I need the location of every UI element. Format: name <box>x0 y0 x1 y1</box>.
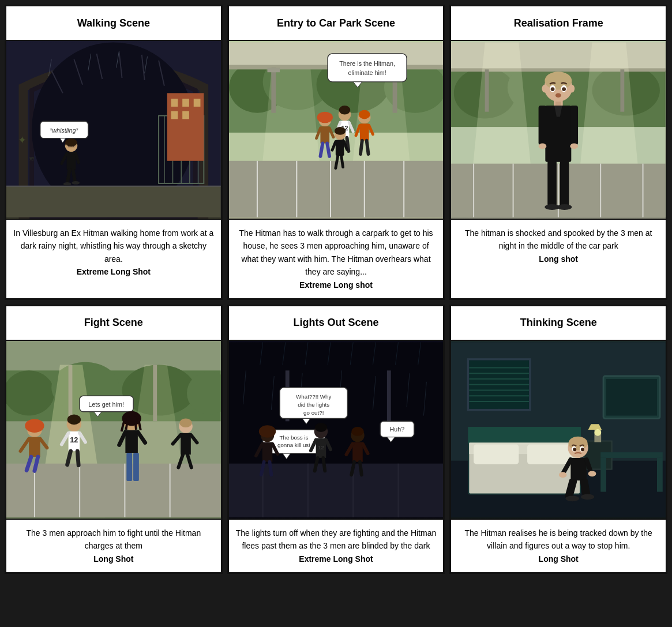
svg-text:Huh?: Huh? <box>389 426 404 433</box>
svg-point-276 <box>569 437 588 450</box>
svg-rect-263 <box>468 427 581 444</box>
row-1: Walking Scene <box>5 5 667 300</box>
svg-point-182 <box>179 418 192 427</box>
svg-text:✦: ✦ <box>18 134 27 146</box>
svg-rect-57 <box>267 67 280 72</box>
caption-walking: In Villesburg an Ex Hitman walking home … <box>6 220 221 286</box>
svg-point-224 <box>259 425 276 438</box>
panel-walking: Walking Scene <box>5 5 223 300</box>
svg-point-38 <box>72 181 80 185</box>
scene-image-lights: What??!! Why did the lights go out?! The… <box>229 341 444 520</box>
panel-thinking: Thinking Scene <box>449 305 667 574</box>
svg-text:Lets get him!: Lets get him! <box>88 401 124 408</box>
svg-text:go out?!: go out?! <box>303 410 324 416</box>
row-2: Fight Scene <box>5 305 667 574</box>
svg-point-279 <box>573 448 577 451</box>
svg-point-118 <box>542 85 548 93</box>
svg-point-231 <box>314 423 327 432</box>
panel-title-walking: Walking Scene <box>6 6 221 41</box>
svg-line-91 <box>366 141 368 154</box>
scene-image-realisation <box>451 41 666 220</box>
storyboard: Walking Scene <box>5 5 667 574</box>
panel-title-realisation: Realisation Frame <box>451 6 666 41</box>
svg-point-131 <box>539 143 547 149</box>
svg-rect-20 <box>171 111 178 119</box>
svg-line-98 <box>341 156 343 167</box>
svg-text:There is the Hitman,: There is the Hitman, <box>339 60 395 67</box>
svg-rect-133 <box>548 161 557 206</box>
svg-rect-205 <box>387 370 391 421</box>
svg-text:gonna kill us!: gonna kill us! <box>277 442 310 448</box>
svg-point-132 <box>570 143 579 149</box>
caption-realisation: The hitman is shocked and spooked by the… <box>451 220 666 272</box>
svg-line-90 <box>361 141 362 154</box>
panel-realisation: Realisation Frame <box>449 5 667 300</box>
svg-point-123 <box>562 87 566 91</box>
svg-rect-274 <box>657 458 663 492</box>
svg-rect-66 <box>328 54 407 82</box>
svg-line-237 <box>323 458 325 471</box>
svg-text:eliminate him!: eliminate him! <box>348 69 386 76</box>
panel-lights-out: Lights Out Scene <box>227 305 445 574</box>
caption-fight: The 3 men approach him to fight until th… <box>6 520 221 572</box>
svg-rect-32 <box>67 152 76 170</box>
svg-rect-126 <box>555 102 561 106</box>
svg-point-71 <box>317 112 332 123</box>
svg-point-119 <box>569 85 575 93</box>
svg-point-280 <box>581 448 584 451</box>
svg-rect-134 <box>560 161 569 206</box>
svg-point-124 <box>555 93 561 97</box>
scene-image-fight: Lets get him! <box>6 341 221 520</box>
svg-line-169 <box>77 451 78 465</box>
svg-line-229 <box>269 462 271 475</box>
svg-rect-267 <box>527 444 572 464</box>
svg-rect-129 <box>539 106 547 145</box>
svg-rect-108 <box>485 69 489 111</box>
panel-fight: Fight Scene <box>5 305 223 574</box>
panel-title-lights: Lights Out Scene <box>229 306 444 341</box>
svg-rect-225 <box>262 442 272 461</box>
panel-title-fight: Fight Scene <box>6 306 221 341</box>
svg-point-284 <box>559 472 567 478</box>
svg-point-31 <box>66 139 77 147</box>
svg-rect-180 <box>133 453 139 481</box>
svg-rect-183 <box>181 433 191 455</box>
scene-image-thinking <box>451 341 666 520</box>
svg-rect-130 <box>570 106 579 145</box>
svg-rect-8 <box>6 186 221 217</box>
svg-rect-21 <box>182 111 189 119</box>
svg-text:The boss is: The boss is <box>279 434 308 441</box>
svg-line-75 <box>320 143 322 156</box>
svg-line-35 <box>67 170 70 183</box>
svg-text:*whistling*: *whistling* <box>50 127 78 134</box>
caption-carpark: The Hitman has to walk through a carpark… <box>229 220 444 298</box>
svg-text:12: 12 <box>70 435 78 444</box>
svg-point-86 <box>359 110 370 119</box>
svg-rect-87 <box>360 123 369 140</box>
svg-point-285 <box>588 471 596 476</box>
svg-rect-109 <box>621 69 625 111</box>
svg-rect-240 <box>352 442 363 461</box>
svg-point-78 <box>339 106 350 115</box>
svg-point-122 <box>551 87 555 91</box>
svg-point-239 <box>351 427 364 436</box>
svg-rect-179 <box>126 453 132 481</box>
svg-line-76 <box>327 143 329 156</box>
scene-image-walking: ✦ ≋ <box>6 41 221 220</box>
svg-line-36 <box>73 170 75 182</box>
svg-rect-281 <box>571 458 587 480</box>
caption-lights: The lights turn off when they are fighti… <box>229 520 444 572</box>
svg-line-174 <box>135 416 136 429</box>
svg-point-289 <box>581 494 594 500</box>
scene-image-carpark: There is the Hitman, eliminate him! <box>229 41 444 220</box>
svg-point-136 <box>557 204 572 210</box>
svg-rect-266 <box>474 444 519 464</box>
svg-rect-176 <box>125 430 138 453</box>
svg-rect-272 <box>601 452 663 458</box>
svg-rect-17 <box>171 99 178 107</box>
caption-thinking: The Hitman realises he is being tracked … <box>451 520 666 572</box>
svg-rect-72 <box>320 126 329 143</box>
svg-rect-18 <box>182 99 189 107</box>
svg-rect-94 <box>336 140 344 156</box>
svg-line-244 <box>360 462 362 475</box>
